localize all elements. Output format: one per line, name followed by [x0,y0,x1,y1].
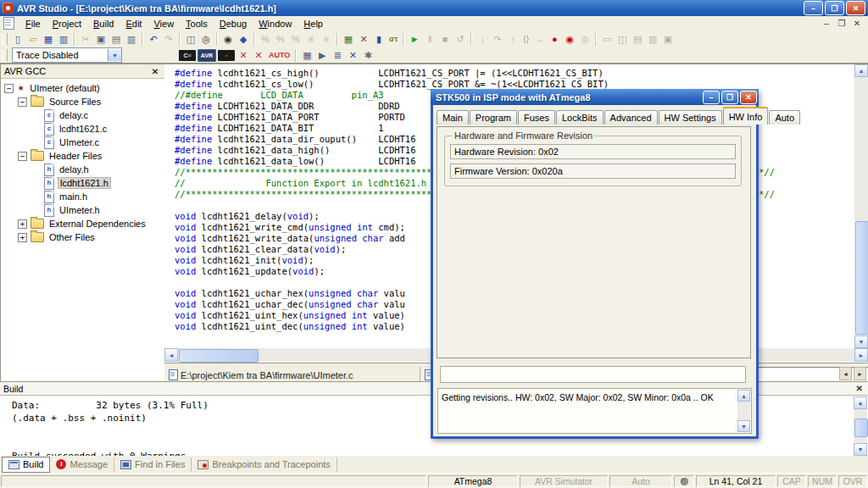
collapse-toggle-icon[interactable]: − [18,97,27,107]
log-vertical-scrollbar[interactable]: ▲ ▼ [737,390,750,432]
run-to-cursor-icon[interactable]: {} [520,32,531,47]
dialog-tab-main[interactable]: Main [437,110,469,125]
trace-mode-combobox[interactable]: Trace Disabled ▼ [12,47,122,63]
stop-icon[interactable]: ■ [437,32,453,47]
scroll-right-icon[interactable]: ► [854,348,868,362]
step-into-icon[interactable]: ↓ [475,32,490,47]
cascade-windows-icon[interactable]: ◫ [615,32,630,47]
tile-horizontal-icon[interactable]: ▤ [630,32,645,47]
tree-item-lcdht1621.c[interactable]: clcdht1621.c [3,122,164,136]
dialog-tab-program[interactable]: Program [470,110,517,125]
menu-edit[interactable]: Edit [120,17,147,30]
options-gear-icon[interactable]: ✱ [360,48,376,63]
tree-item-delay.h[interactable]: hdelay.h [3,163,164,176]
jtag-probe-icon[interactable]: ✕ [236,48,251,63]
expand-toggle-icon[interactable]: + [18,233,27,242]
tree-item-lcdht1621.h[interactable]: hlcdht1621.h [3,176,164,190]
scroll-down-icon[interactable]: ▼ [854,336,868,348]
output-tab-breakpoints-and-tracepoints[interactable]: Breakpoints and Tracepoints [192,458,337,472]
cut-icon[interactable]: ✂ [78,32,93,47]
dialog-tab-advanced[interactable]: Advanced [604,110,658,125]
tree-item-uimeter.c[interactable]: cUImeter.c [3,136,164,149]
toggle-breakpoint-icon[interactable]: ● [547,32,562,47]
build-panel-close-icon[interactable]: ✕ [856,384,863,393]
program-device-icon[interactable]: ▮ [371,32,387,47]
compile-icon[interactable]: ✕ [356,32,371,47]
scroll-thumb[interactable] [855,221,868,335]
menu-view[interactable]: View [147,17,180,30]
menu-file[interactable]: File [19,17,47,30]
new-file-icon[interactable]: ▯ [10,32,25,47]
scroll-up-icon[interactable]: ▲ [854,396,867,409]
dialog-close-button[interactable]: ✕ [740,91,757,104]
quickwatch-icon[interactable]: ◎ [577,32,593,47]
run-icon[interactable]: ► [407,32,422,47]
menu-project[interactable]: Project [47,17,87,30]
mdi-minimize-button[interactable]: – [821,19,832,28]
stimulus-run-icon[interactable]: ▶ [314,48,330,63]
tab-scroll-right-icon[interactable]: ► [854,367,866,380]
restore-button[interactable]: ❐ [825,1,844,15]
dialog-log-box[interactable]: Getting revisions.. HW: 0x02, SW Major: … [437,388,752,434]
dialog-minimize-button[interactable]: – [703,91,720,104]
output-tab-build[interactable]: Build [2,457,50,473]
save-all-icon[interactable]: ▥ [56,32,71,47]
scroll-thumb[interactable] [854,419,868,437]
stimulus-grid-icon[interactable]: ▦ [299,48,314,63]
dialog-tab-auto[interactable]: Auto [769,110,800,125]
menu-debug[interactable]: Debug [214,17,253,30]
pause-icon[interactable]: ‖ [422,32,437,47]
menu-build[interactable]: Build [87,17,120,30]
remove-breakpoints-icon[interactable]: ◉ [562,32,577,47]
undo-icon[interactable]: ↶ [146,32,161,47]
build-icon[interactable]: ▦ [341,32,356,47]
avr-device-chip-icon[interactable]: AVR [198,49,216,62]
tree-item-main.h[interactable]: hmain.h [3,190,164,203]
show-next-statement-icon[interactable]: → [531,32,547,47]
collapse-toggle-icon[interactable]: − [4,84,14,93]
new-window-icon[interactable]: ▭ [599,32,615,47]
step-over-icon[interactable]: ↷ [490,32,505,47]
close-all-icon[interactable]: ▣ [660,32,676,47]
tile-vertical-icon[interactable]: ▥ [645,32,660,47]
percent-byte-icon[interactable]: % [258,32,273,47]
dialog-maximize-button[interactable]: ❐ [721,91,738,104]
minimize-button[interactable]: – [804,1,823,15]
bookmark-icon[interactable]: ◆ [236,32,251,47]
dialog-title-bar[interactable]: STK500 in ISP mode with ATmega8 – ❐ ✕ [431,89,759,105]
chevron-down-icon[interactable]: ▼ [108,49,121,61]
tree-item-header-files[interactable]: −Header Files [3,149,164,163]
editor-vertical-scrollbar[interactable]: ▲ ▼ [854,64,868,348]
save-icon[interactable]: ▦ [41,32,56,47]
cancel-icon[interactable]: ✕ [345,48,360,63]
build-vertical-scrollbar[interactable]: ▲ ▼ [854,396,867,456]
reset-icon[interactable]: ↺ [453,32,468,47]
tree-item-external-dependencies[interactable]: +External Dependencies [3,217,164,230]
tree-item-source-files[interactable]: −Source Files [3,95,164,108]
dialog-tab-hw-settings[interactable]: HW Settings [659,110,722,125]
mdi-close-button[interactable]: ✕ [851,19,863,28]
print-icon[interactable]: ▥ [124,32,139,47]
expand-toggle-icon[interactable]: + [18,219,27,229]
project-panel-close-icon[interactable]: ✕ [149,67,161,76]
collapse-toggle-icon[interactable]: − [18,152,27,161]
scroll-up-icon[interactable]: ▲ [737,390,750,402]
indent-icon[interactable]: ≡ [303,32,319,47]
tree-item-other-files[interactable]: +Other Files [3,230,164,244]
menu-window[interactable]: Window [253,17,298,30]
paste-icon[interactable]: ▤ [108,32,124,47]
asm-chip-icon[interactable]: ▪ [218,50,235,61]
c-compiler-chip-icon[interactable]: C≡ [179,50,196,61]
outdent-icon[interactable]: ≡ [319,32,334,47]
tab-scroll-left-icon[interactable]: ◄ [839,367,852,380]
output-tab-find-in-files[interactable]: Find in Files [114,458,192,472]
close-button[interactable]: ✕ [846,1,865,15]
stack-monitor-icon[interactable]: ≣ [330,48,345,63]
scroll-thumb[interactable] [179,349,259,363]
scroll-up-icon[interactable]: ▲ [854,64,868,77]
dialog-tab-fuses[interactable]: Fuses [518,110,555,125]
dialog-tab-lockbits[interactable]: LockBits [556,110,604,125]
objcopy-icon[interactable]: στ [387,32,400,47]
auto-connect-icon[interactable]: AUTO [266,48,292,63]
scroll-left-icon[interactable]: ◄ [164,348,178,362]
